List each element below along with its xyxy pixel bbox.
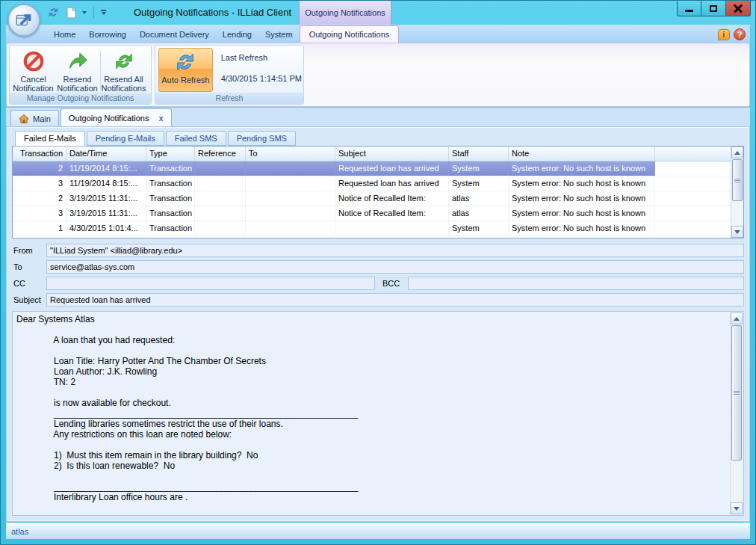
new-document-dropdown-icon[interactable] (82, 11, 87, 14)
email-body-scrollbar[interactable] (730, 312, 743, 514)
table-row[interactable]: 3 3/19/2015 11:31:... Transaction Notice… (13, 206, 731, 221)
cell-type: Transaction (146, 176, 195, 191)
to-label: To (12, 262, 46, 271)
doc-tab-outgoing-notifications[interactable]: Outgoing Notifications x (61, 108, 172, 126)
subject-field[interactable]: Requested loan has arrived (46, 293, 744, 307)
doc-tab-main[interactable]: Main (10, 110, 59, 126)
cell-staff: atlas (449, 191, 509, 206)
resend-all-notifications-label: Resend All Notifications (102, 75, 146, 93)
cancel-icon (22, 50, 45, 73)
cell-transaction: 2 (13, 191, 66, 206)
cc-field[interactable] (46, 277, 375, 290)
column-header-subject[interactable]: Subject (335, 147, 449, 161)
from-label: From (12, 246, 46, 255)
column-header-empty (655, 147, 731, 161)
cell-transaction: 2 (13, 161, 66, 176)
home-icon (19, 114, 29, 124)
table-row[interactable]: 1 4/30/2015 1:01:4... Transaction System… (13, 221, 731, 236)
cell-to (246, 176, 335, 191)
email-preview-fields: From "ILLiad System" <illiad@library.edu… (12, 244, 744, 310)
scroll-down-arrow[interactable] (731, 502, 743, 514)
cell-empty (655, 191, 731, 206)
tab-close-icon[interactable]: x (158, 114, 163, 123)
window-controls (677, 1, 751, 16)
scroll-track[interactable] (731, 158, 743, 226)
column-header-reference[interactable]: Reference (195, 147, 246, 161)
column-header-to[interactable]: To (246, 147, 335, 161)
last-refresh-value: 4/30/2015 1:14:51 PM (221, 74, 302, 83)
cell-subject: Notice of Recalled Item: (335, 206, 449, 221)
group-caption-refresh: Refresh (155, 93, 303, 104)
tab-system[interactable]: System (258, 27, 300, 43)
maximize-button[interactable] (701, 1, 726, 16)
last-refresh: Last Refresh 4/30/2015 1:14:51 PM (214, 48, 302, 92)
tab-pending-emails[interactable]: Pending E-Mails (87, 131, 164, 146)
email-body-text[interactable]: Dear Systems Atlas A loan that you had r… (16, 314, 727, 514)
cell-reference (195, 176, 246, 191)
column-header-note[interactable]: Note (509, 147, 655, 161)
scroll-up-arrow[interactable] (731, 147, 743, 158)
tab-failed-emails[interactable]: Failed E-Mails (15, 131, 85, 147)
cell-datetime: 3/19/2015 11:31:... (66, 206, 146, 221)
subject-row: Subject Requested loan has arrived (12, 293, 744, 307)
resend-notification-button[interactable]: Resend Notification (55, 48, 99, 92)
cell-type: Transaction (146, 191, 195, 206)
cell-datetime: 3/19/2015 11:31:... (66, 191, 146, 206)
cell-to (246, 161, 335, 176)
contextual-tab-group-label: Outgoing Notifications (299, 1, 391, 25)
column-header-transaction[interactable]: Transaction (13, 147, 66, 161)
column-header-datetime[interactable]: Date/Time (66, 147, 146, 161)
tab-home[interactable]: Home (47, 27, 82, 43)
column-header-type[interactable]: Type (146, 147, 195, 161)
cell-reference (195, 161, 246, 176)
scroll-thumb[interactable] (732, 159, 743, 201)
cell-reference (195, 206, 246, 221)
cell-staff: System (449, 176, 509, 191)
column-header-staff[interactable]: Staff (449, 147, 509, 161)
cell-note: System error: No such host is known (509, 191, 655, 206)
grid-scrollbar[interactable] (731, 147, 743, 238)
ribbon-tab-bar: Home Borrowing Document Delivery Lending… (6, 25, 750, 43)
customize-toolbar-button[interactable] (99, 8, 108, 16)
info-icon[interactable]: i (718, 29, 730, 40)
group-caption-manage: Manage Outgoing Notifications (10, 93, 151, 104)
tab-lending[interactable]: Lending (216, 27, 258, 43)
table-row[interactable]: 2 3/19/2015 11:31:... Transaction Notice… (13, 191, 731, 206)
cell-subject: Requested loan has arrived (335, 161, 449, 176)
minimize-button[interactable] (677, 1, 701, 16)
application-menu-button[interactable] (7, 4, 40, 37)
scroll-track[interactable] (731, 324, 743, 502)
cell-datetime: 4/30/2015 1:01:4... (66, 221, 146, 235)
new-document-icon[interactable] (65, 7, 77, 19)
cell-datetime: 11/19/2014 8:15:... (66, 161, 146, 176)
table-row[interactable]: 3 11/19/2014 8:15:... Transaction Reques… (13, 176, 731, 191)
cell-staff: System (449, 221, 509, 235)
close-button[interactable] (726, 1, 751, 16)
auto-refresh-button[interactable]: Auto Refresh (158, 48, 213, 92)
to-field[interactable]: service@atlas-sys.com (46, 260, 744, 274)
resend-all-notifications-button[interactable]: Resend All Notifications (102, 48, 146, 92)
cell-staff: atlas (449, 206, 509, 221)
bcc-field[interactable] (408, 277, 744, 290)
tab-borrowing[interactable]: Borrowing (82, 27, 133, 43)
cell-empty (655, 221, 731, 235)
tab-document-delivery[interactable]: Document Delivery (133, 27, 216, 43)
failed-emails-grid: Transaction Date/Time Type Reference To … (12, 146, 744, 238)
status-bar: atlas (6, 523, 750, 539)
refresh-icon[interactable] (47, 6, 60, 19)
cancel-notification-button[interactable]: Cancel Notification (11, 48, 55, 92)
toolbar-separator (93, 7, 94, 19)
cell-empty (655, 206, 731, 221)
help-icon[interactable]: ? (734, 28, 746, 40)
scroll-thumb[interactable] (731, 325, 742, 461)
cc-label: CC (12, 279, 46, 288)
table-row[interactable]: 2 11/19/2014 8:15:... Transaction Reques… (13, 161, 731, 176)
tab-failed-sms[interactable]: Failed SMS (166, 131, 226, 146)
from-field[interactable]: "ILLiad System" <illiad@library.edu> (46, 244, 744, 257)
cell-subject (335, 221, 449, 235)
scroll-down-arrow[interactable] (731, 226, 743, 238)
tab-pending-sms[interactable]: Pending SMS (228, 131, 296, 146)
ribbon-group-refresh: Auto Refresh Last Refresh 4/30/2015 1:14… (155, 45, 304, 105)
tab-outgoing-notifications[interactable]: Outgoing Notifications (300, 25, 400, 43)
scroll-up-arrow[interactable] (731, 312, 743, 324)
